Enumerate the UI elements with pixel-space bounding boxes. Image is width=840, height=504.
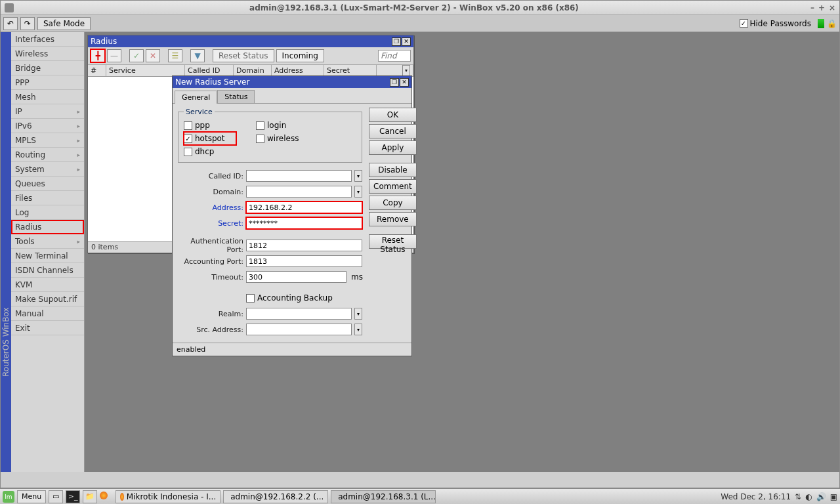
- app-toolbar: ↶ ↷ Safe Mode ✓ Hide Passwords 🔒: [1, 15, 839, 32]
- remove-button[interactable]: Remove: [369, 212, 417, 226]
- sidebar-item-kvm[interactable]: KVM: [11, 278, 84, 292]
- sidebar-item-files[interactable]: Files: [11, 191, 84, 205]
- sidebar-item-make-supout-rif[interactable]: Make Supout.rif: [11, 292, 84, 306]
- comment-button[interactable]: Comment: [369, 179, 417, 194]
- realm-dropdown[interactable]: ▾: [354, 308, 362, 320]
- ppp-checkbox[interactable]: ppp: [184, 119, 236, 132]
- comment-button[interactable]: ☰: [168, 49, 182, 62]
- login-checkbox[interactable]: login: [256, 119, 299, 132]
- hide-passwords-toggle[interactable]: ✓ Hide Passwords: [740, 19, 811, 28]
- address-input[interactable]: [246, 201, 362, 213]
- service-fieldset: Service ppp ✓hotspot dhcp login: [178, 108, 362, 163]
- chevron-right-icon: ▸: [77, 123, 80, 129]
- sidebar-item-ip[interactable]: IP▸: [11, 104, 84, 119]
- domain-input[interactable]: [246, 186, 352, 198]
- maximize-button[interactable]: +: [818, 3, 825, 12]
- redo-button[interactable]: ↷: [20, 17, 35, 30]
- src-address-dropdown[interactable]: ▾: [354, 324, 362, 335]
- sidebar-item-wireless[interactable]: Wireless: [11, 47, 84, 61]
- sidebar-item-ppp[interactable]: PPP: [11, 75, 84, 90]
- sidebar-item-queues[interactable]: Queues: [11, 177, 84, 191]
- col-service[interactable]: Service: [106, 65, 185, 76]
- ok-button[interactable]: OK: [369, 108, 417, 122]
- clock[interactable]: Wed Dec 2, 16:11: [721, 492, 791, 501]
- copy-button[interactable]: Copy: [369, 196, 417, 210]
- close-button[interactable]: ×: [829, 3, 835, 12]
- sidebar-item-interfaces[interactable]: Interfaces: [11, 32, 84, 47]
- minimize-button[interactable]: –: [810, 3, 814, 12]
- hotspot-checkbox[interactable]: ✓hotspot: [184, 132, 236, 145]
- col-calledid[interactable]: Called ID: [185, 65, 234, 76]
- sidebar-item-log[interactable]: Log: [11, 205, 84, 220]
- tab-general[interactable]: General: [175, 91, 217, 104]
- sidebar-item-routing[interactable]: Routing▸: [11, 148, 84, 162]
- sidebar-item-mesh[interactable]: Mesh: [11, 90, 84, 104]
- sidebar-item-isdn-channels[interactable]: ISDN Channels: [11, 263, 84, 278]
- wireless-checkbox[interactable]: wireless: [256, 132, 299, 145]
- disable-button[interactable]: Disable: [369, 163, 417, 177]
- add-button[interactable]: ╋: [91, 49, 105, 62]
- task-winbox2[interactable]: admin@192.168.3.1 (L...: [331, 490, 436, 503]
- tray-icon[interactable]: ◐: [805, 492, 812, 501]
- sidebar-item-radius[interactable]: Radius: [11, 220, 84, 234]
- restore-icon[interactable]: ❐: [390, 78, 399, 87]
- sidebar-item-bridge[interactable]: Bridge: [11, 61, 84, 75]
- auth-port-input[interactable]: [246, 240, 362, 251]
- col-address[interactable]: Address: [272, 65, 324, 76]
- columns-dropdown[interactable]: ▾: [402, 65, 410, 77]
- sidebar-item-system[interactable]: System▸: [11, 162, 84, 177]
- enable-button[interactable]: ✓: [129, 49, 144, 62]
- safe-mode-button[interactable]: Safe Mode: [37, 17, 91, 30]
- dialog-titlebar[interactable]: New Radius Server ❐ ✕: [173, 76, 411, 88]
- timeout-row: Timeout: ms: [178, 269, 362, 285]
- volume-icon[interactable]: 🔊: [816, 492, 826, 501]
- sidebar-item-tools[interactable]: Tools▸: [11, 234, 84, 249]
- files-launcher[interactable]: 📁: [83, 490, 97, 503]
- terminal-launcher[interactable]: >_: [66, 490, 80, 503]
- acct-port-input[interactable]: [246, 255, 362, 267]
- remove-button[interactable]: —: [107, 49, 121, 62]
- close-icon[interactable]: ✕: [400, 78, 409, 87]
- dhcp-checkbox[interactable]: dhcp: [184, 145, 236, 158]
- task-winbox1[interactable]: admin@192.168.2.2 (...: [223, 490, 328, 503]
- firefox-icon[interactable]: [100, 492, 108, 501]
- reset-status-button[interactable]: Reset Status: [369, 234, 417, 249]
- disable-button[interactable]: ✕: [146, 49, 160, 62]
- acct-backup-row: Accounting Backup: [178, 290, 362, 306]
- show-desktop-button[interactable]: ▭: [49, 490, 63, 503]
- tab-status[interactable]: Status: [217, 90, 255, 103]
- col-secret[interactable]: Secret: [324, 65, 377, 76]
- sidebar-item-ipv6[interactable]: IPv6▸: [11, 119, 84, 133]
- timeout-input[interactable]: [246, 271, 346, 283]
- reset-status-button[interactable]: Reset Status: [213, 49, 274, 62]
- filter-button[interactable]: ▼: [190, 49, 205, 62]
- menu-button[interactable]: Menu: [17, 490, 46, 503]
- sidebar-item-manual[interactable]: Manual: [11, 306, 84, 321]
- secret-input[interactable]: [246, 217, 362, 229]
- src-address-input[interactable]: [246, 324, 352, 335]
- acct-backup-checkbox[interactable]: Accounting Backup: [246, 291, 333, 304]
- realm-input[interactable]: [246, 308, 352, 320]
- sidebar-item-exit[interactable]: Exit: [11, 321, 84, 335]
- apply-button[interactable]: Apply: [369, 140, 417, 155]
- connection-icon: [818, 19, 824, 28]
- close-icon[interactable]: ✕: [402, 37, 411, 46]
- undo-button[interactable]: ↶: [3, 17, 18, 30]
- restore-icon[interactable]: ❐: [392, 37, 401, 46]
- col-index[interactable]: #: [88, 65, 106, 76]
- shield-icon[interactable]: ▣: [830, 492, 837, 501]
- domain-dropdown[interactable]: ▾: [354, 186, 362, 198]
- task-mikrotik[interactable]: Mikrotik Indonesia - I...: [116, 490, 220, 503]
- sidebar-item-new-terminal[interactable]: New Terminal: [11, 249, 84, 263]
- mint-icon[interactable]: lm: [3, 491, 14, 503]
- col-domain[interactable]: Domain: [234, 65, 272, 76]
- radius-window-titlebar[interactable]: Radius ❐ ✕: [88, 35, 413, 47]
- cancel-button[interactable]: Cancel: [369, 124, 417, 138]
- auth-port-row: Authentication Port:: [178, 238, 362, 253]
- called-id-input[interactable]: [246, 170, 352, 182]
- network-icon[interactable]: ⇅: [795, 492, 801, 501]
- sidebar-item-mpls[interactable]: MPLS▸: [11, 133, 84, 148]
- incoming-button[interactable]: Incoming: [276, 49, 324, 62]
- find-input[interactable]: [378, 50, 411, 62]
- called-id-dropdown[interactable]: ▾: [354, 170, 362, 182]
